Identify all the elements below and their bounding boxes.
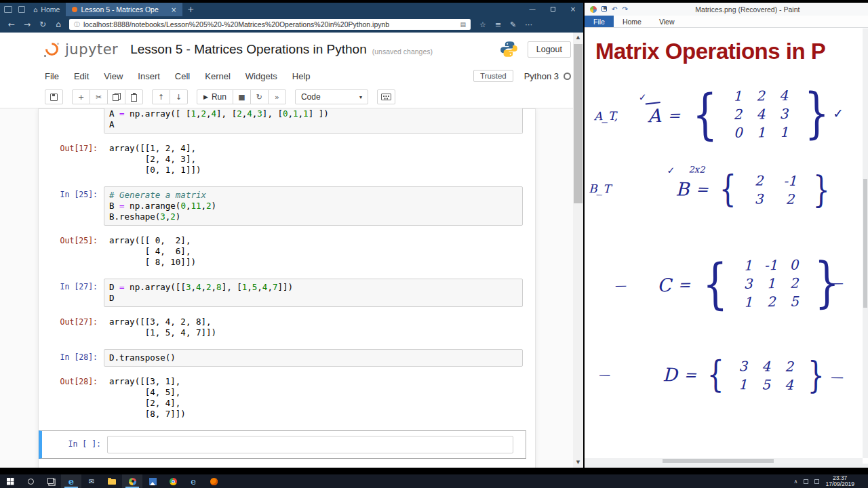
paint-canvas[interactable]: Matrix Operations in P A_T, ✓ A = { 1242… bbox=[585, 28, 863, 458]
code-input[interactable]: # Generate a matrix B = np.arange(0,11,2… bbox=[104, 186, 523, 226]
restart-run-all-button[interactable]: » bbox=[268, 89, 286, 104]
paint-tab-home[interactable]: Home bbox=[614, 16, 650, 27]
output-prompt: Out[25]: bbox=[39, 232, 104, 245]
code-input[interactable] bbox=[107, 436, 513, 453]
taskbar-button-task-view[interactable] bbox=[41, 474, 61, 488]
notebook-cell[interactable]: A = np.array([ [1,2,4], [2,4,3], [0,1,1]… bbox=[39, 108, 535, 176]
notebook-cell[interactable]: In [28]: D.transpose() Out[28]: array([[… bbox=[39, 349, 535, 420]
move-cell-down-button[interactable]: ↓ bbox=[170, 89, 188, 104]
matrix-name-group: ✓ A bbox=[648, 105, 661, 126]
paint-tab-file[interactable]: File bbox=[585, 16, 614, 27]
notebook-cell[interactable]: In [25]: # Generate a matrix B = np.aran… bbox=[39, 186, 535, 268]
add-cell-button[interactable]: + bbox=[72, 89, 90, 104]
refresh-icon[interactable]: ↻ bbox=[38, 20, 47, 29]
site-info-icon[interactable]: ⓘ bbox=[74, 20, 80, 29]
tab-home[interactable]: ⌂ Home bbox=[27, 3, 66, 16]
taskbar-button-start[interactable] bbox=[0, 474, 20, 488]
copy-cell-button[interactable] bbox=[107, 89, 125, 104]
taskbar-button-paint[interactable] bbox=[122, 474, 142, 488]
notebook-cell[interactable]: In [ ]: bbox=[39, 430, 526, 459]
restart-kernel-button[interactable]: ↻ bbox=[250, 89, 269, 104]
menu-item-cell[interactable]: Cell bbox=[167, 71, 197, 81]
redo-icon[interactable]: ↷ bbox=[622, 5, 627, 13]
menu-item-widgets[interactable]: Widgets bbox=[238, 71, 285, 81]
move-cell-up-button[interactable]: ↑ bbox=[152, 89, 170, 104]
run-button[interactable]: ▶Run bbox=[197, 89, 233, 104]
taskbar-button-mail[interactable]: ✉ bbox=[81, 474, 102, 488]
tab-close-icon[interactable]: × bbox=[171, 6, 176, 14]
notebook-cell[interactable]: In [27]: D = np.array([[3,4,2,8], [1,5,4… bbox=[39, 279, 535, 338]
scroll-up-icon[interactable]: ▲ bbox=[573, 33, 583, 43]
maximize-button[interactable] bbox=[542, 3, 563, 16]
paint-vscroll-thumb[interactable] bbox=[863, 179, 867, 308]
favorites-star-icon[interactable]: ☆ bbox=[479, 20, 486, 29]
paint-hscroll-thumb[interactable] bbox=[663, 459, 774, 463]
cell-type-dropdown[interactable]: Code▾ bbox=[295, 89, 368, 104]
scrollbar-thumb[interactable] bbox=[574, 44, 583, 203]
save-quick-icon[interactable] bbox=[601, 5, 607, 13]
tab-preview-icon[interactable] bbox=[18, 6, 25, 13]
matrix-name-group: C bbox=[657, 274, 671, 295]
taskbar-button-file-explorer[interactable] bbox=[102, 474, 122, 488]
scroll-down-icon[interactable]: ▼ bbox=[573, 458, 583, 468]
code-input[interactable]: A = np.array([ [1,2,4], [2,4,3], [0,1,1]… bbox=[104, 108, 523, 134]
jupyter-logo[interactable] bbox=[43, 41, 60, 58]
command-palette-button[interactable] bbox=[377, 89, 395, 104]
paint-status-bar bbox=[585, 464, 868, 468]
kernel-status-icon bbox=[564, 73, 571, 80]
reading-view-icon[interactable]: ▤ bbox=[460, 21, 466, 28]
taskbar-button-search[interactable] bbox=[20, 474, 41, 488]
logout-button[interactable]: Logout bbox=[528, 41, 571, 58]
keyboard-icon bbox=[381, 94, 391, 100]
matrix-values: 342154 bbox=[727, 358, 804, 393]
paste-cell-button[interactable] bbox=[125, 89, 143, 104]
run-icon: ▶ bbox=[203, 94, 208, 100]
set-tabs-aside-icon[interactable] bbox=[4, 6, 12, 13]
address-bar[interactable]: ⓘ localhost:8888/notebooks/Lesson%205%20… bbox=[69, 19, 471, 30]
trusted-button[interactable]: Trusted bbox=[473, 70, 513, 82]
hub-icon[interactable]: ≡ bbox=[495, 20, 501, 29]
taskbar-button-edge[interactable]: e bbox=[61, 474, 81, 488]
output-text: array([[3, 1], [4, 5], [2, 4], [8, 7]]) bbox=[104, 373, 186, 420]
input-prompt: In [28]: bbox=[39, 349, 104, 362]
paint-app-icon bbox=[590, 6, 597, 13]
taskbar: e✉e ∧ 23:37 17/09/2019 bbox=[0, 474, 868, 488]
notebook-title[interactable]: Lesson 5 - Matrices Operations in Python bbox=[130, 42, 367, 57]
hidden-icons-chevron[interactable]: ∧ bbox=[794, 479, 798, 485]
menu-item-kernel[interactable]: Kernel bbox=[197, 71, 238, 81]
web-note-pen-icon[interactable]: ✎ bbox=[510, 20, 516, 29]
new-tab-button[interactable]: + bbox=[182, 3, 199, 16]
menu-item-view[interactable]: View bbox=[96, 71, 130, 81]
taskbar-clock[interactable]: 23:37 17/09/2019 bbox=[825, 475, 854, 488]
volume-icon[interactable] bbox=[814, 479, 819, 484]
code-input[interactable]: D.transpose() bbox=[104, 349, 523, 367]
output-prompt: Out[27]: bbox=[39, 314, 104, 327]
menu-item-insert[interactable]: Insert bbox=[130, 71, 167, 81]
save-button[interactable] bbox=[45, 89, 63, 104]
menu-item-file[interactable]: File bbox=[45, 71, 66, 81]
menu-item-edit[interactable]: Edit bbox=[66, 71, 96, 81]
cut-cell-button[interactable]: ✂ bbox=[90, 89, 108, 104]
browser-scrollbar[interactable]: ▲ ▼ bbox=[573, 33, 583, 468]
undo-icon[interactable]: ↶ bbox=[612, 5, 617, 13]
minimize-button[interactable]: — bbox=[522, 3, 542, 16]
menu-item-help[interactable]: Help bbox=[285, 71, 318, 81]
handwritten-matrix-row: — D = { 342154 } — bbox=[585, 357, 863, 394]
tab-active[interactable]: Lesson 5 - Matrices Ope × bbox=[66, 3, 182, 16]
taskbar-button-photos[interactable] bbox=[142, 474, 163, 488]
input-prompt bbox=[39, 108, 104, 109]
paint-horizontal-scrollbar[interactable] bbox=[585, 458, 863, 464]
back-icon[interactable]: ← bbox=[7, 20, 16, 29]
more-options-icon[interactable]: ⋯ bbox=[525, 20, 532, 29]
code-input[interactable]: D = np.array([[3,4,2,8], [1,5,4,7]]) D bbox=[104, 279, 523, 307]
paint-tab-view[interactable]: View bbox=[650, 16, 684, 27]
home-icon[interactable]: ⌂ bbox=[54, 20, 63, 29]
taskbar-button-firefox[interactable] bbox=[203, 474, 224, 488]
taskbar-button-chrome[interactable] bbox=[163, 474, 183, 488]
paint-vertical-scrollbar[interactable] bbox=[863, 28, 868, 458]
interrupt-kernel-button[interactable]: ■ bbox=[233, 89, 251, 104]
forward-icon[interactable]: → bbox=[22, 20, 32, 29]
network-icon[interactable] bbox=[804, 479, 808, 484]
close-button[interactable]: × bbox=[563, 3, 583, 16]
taskbar-button-internet-explorer[interactable]: e bbox=[183, 474, 203, 488]
